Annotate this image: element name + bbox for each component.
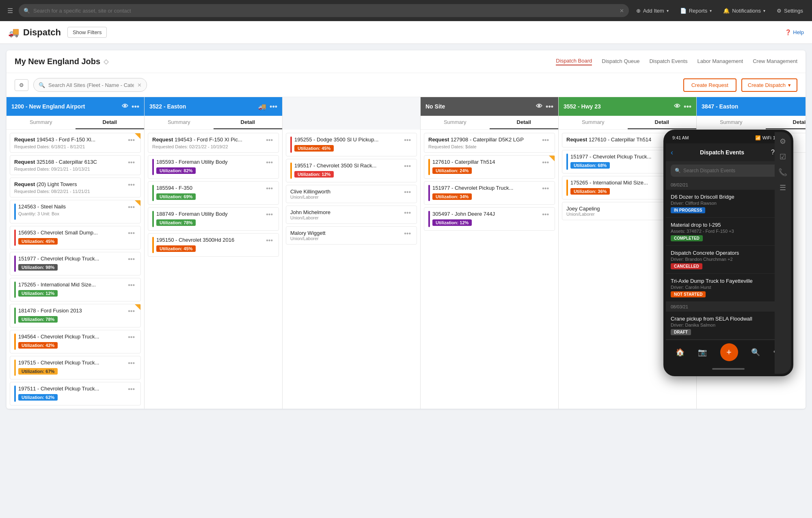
card-person-john[interactable]: John Michelmore Union/Laborer ••• — [286, 206, 417, 224]
mobile-nav-camera[interactable]: 📷 — [698, 348, 707, 357]
clear-sites-icon[interactable]: ✕ — [137, 82, 142, 88]
show-filters-button[interactable]: Show Filters — [67, 27, 107, 38]
mobile-nav-add-button[interactable]: + — [720, 343, 738, 361]
truck-col-icon[interactable]: 🚚 — [258, 103, 266, 111]
mobile-phone-icon[interactable]: 📞 — [778, 168, 787, 177]
card-request-light-towers[interactable]: Request (20) Light Towers Requested Date… — [10, 178, 141, 197]
col-tab-summary-3[interactable]: Summary — [421, 116, 490, 129]
column-menu-icon-4[interactable]: ••• — [684, 102, 691, 111]
mobile-event-d6-dozer[interactable]: D6 Dozer to Driscoll Bridge Driver: Clif… — [666, 190, 791, 218]
hamburger-icon[interactable]: ☰ — [5, 4, 15, 17]
card-menu-icon[interactable]: ••• — [402, 230, 412, 237]
card-188749[interactable]: 188749 - Foreman Utility Body Utilizatio… — [148, 207, 279, 231]
card-menu-icon[interactable]: ••• — [264, 237, 274, 244]
card-menu-icon[interactable]: ••• — [264, 137, 274, 144]
card-menu-icon[interactable]: ••• — [126, 386, 136, 393]
card-menu-icon[interactable]: ••• — [402, 137, 412, 144]
mobile-nav-search[interactable]: 🔍 — [751, 348, 760, 357]
mobile-menu-lines-icon[interactable]: ☰ — [780, 183, 786, 192]
col-tab-summary-2[interactable]: Summary — [145, 116, 214, 129]
card-menu-icon[interactable]: ••• — [126, 159, 136, 166]
clear-search-icon[interactable]: ✕ — [620, 8, 624, 14]
tab-crew-management[interactable]: Crew Management — [753, 58, 797, 65]
card-menu-icon[interactable]: ••• — [540, 185, 551, 192]
col-tab-detail-4[interactable]: Detail — [628, 116, 697, 129]
mobile-help-icon[interactable]: ? — [771, 149, 775, 156]
card-menu-icon[interactable]: ••• — [402, 163, 412, 170]
col-tab-summary-5[interactable]: Summary — [697, 116, 766, 129]
card-request-194543-2[interactable]: Request 194543 - Ford F-150 Xl Pic... Re… — [148, 133, 279, 153]
mobile-event-dispatch-concrete[interactable]: Dispatch Concrete Operators Driver: Bran… — [666, 246, 791, 274]
mobile-nav-home[interactable]: 🏠 — [676, 348, 685, 357]
tab-dispatch-events[interactable]: Dispatch Events — [649, 58, 687, 65]
card-151977-nosite[interactable]: 151977 - Chevrolet Pickup Truck... Utili… — [424, 181, 555, 205]
reports-button[interactable]: 📄 Reports ▾ — [676, 5, 716, 16]
card-197511[interactable]: 197511 - Chevrolet Pickup Truck... Utili… — [10, 382, 141, 405]
card-menu-icon[interactable]: ••• — [540, 137, 551, 144]
global-search-input[interactable] — [33, 8, 616, 14]
card-person-malory[interactable]: Malory Wiggett Union/Laborer ••• — [286, 226, 417, 245]
card-menu-icon[interactable]: ••• — [126, 360, 136, 367]
mobile-event-material-drop[interactable]: Material drop to I-295 Assets: 374872 - … — [666, 218, 791, 246]
card-124563[interactable]: 124563 - Steel Nails Quantity: 3 Unit: B… — [10, 200, 141, 223]
mobile-back-button[interactable]: ‹ — [671, 148, 673, 157]
card-person-clive[interactable]: Clive Killingworth Union/Laborer ••• — [286, 185, 417, 203]
add-item-button[interactable]: ⊕ Add Item ▾ — [632, 5, 673, 16]
card-request-194543-1[interactable]: Request 194543 - Ford F-150 Xl... Reques… — [10, 133, 141, 153]
settings-button[interactable]: ⚙ Settings — [773, 5, 807, 16]
card-195150[interactable]: 195150 - Chevrolet 3500Hd 2016 Utilizati… — [148, 233, 279, 257]
card-185594[interactable]: 185594 - F-350 Utilization: 69% ••• — [148, 181, 279, 205]
tab-dispatch-board[interactable]: Dispatch Board — [556, 58, 592, 65]
card-195255[interactable]: 195255 - Dodge 3500 Sl U Pickup... Utili… — [286, 133, 417, 156]
pin-icon[interactable]: ◇ — [104, 58, 108, 65]
card-menu-icon[interactable]: ••• — [402, 209, 412, 217]
card-151977-1[interactable]: 151977 - Chevrolet Pickup Truck... Utili… — [10, 252, 141, 275]
help-button[interactable]: ❓ Help — [785, 29, 804, 35]
notifications-button[interactable]: 🔔 Notifications ▾ — [719, 5, 769, 16]
card-menu-icon[interactable]: ••• — [126, 282, 136, 289]
card-menu-icon[interactable]: ••• — [126, 230, 136, 237]
card-menu-icon[interactable]: ••• — [264, 185, 274, 192]
mobile-search-input[interactable] — [683, 168, 774, 173]
create-request-button[interactable]: Create Request — [683, 78, 736, 92]
card-menu-icon[interactable]: ••• — [540, 211, 551, 218]
col-tab-detail-1[interactable]: Detail — [76, 116, 145, 129]
card-305497[interactable]: 305497 - John Deere 744J Utilization: 12… — [424, 207, 555, 231]
mobile-event-tri-axle[interactable]: Tri-Axle Dump Truck to Fayetteville Driv… — [666, 274, 791, 302]
card-185593[interactable]: 185593 - Foreman Utility Body Utilizatio… — [148, 155, 279, 179]
mobile-list-icon[interactable]: ☑ — [780, 152, 786, 161]
eye-off-icon-3[interactable]: 👁 — [536, 103, 542, 110]
card-195517[interactable]: 195517 - Chevrolet 3500 Sl Rack... Utili… — [286, 159, 417, 182]
col-tab-detail-5[interactable]: Detail — [766, 116, 806, 129]
col-tab-summary-1[interactable]: Summary — [6, 116, 76, 129]
col-tab-detail-3[interactable]: Detail — [490, 116, 559, 129]
column-menu-icon-1[interactable]: ••• — [132, 102, 139, 111]
card-menu-icon[interactable]: ••• — [126, 181, 136, 189]
card-181478[interactable]: 181478 - Ford Fusion 2013 Utilization: 7… — [10, 304, 141, 327]
card-request-127908[interactable]: Request 127908 - Caterpillar D5K2 LGP Re… — [424, 133, 555, 153]
eye-off-icon-4[interactable]: 👁 — [674, 103, 680, 110]
filter-options-button[interactable]: ⚙ — [15, 79, 28, 91]
card-menu-icon[interactable]: ••• — [402, 189, 412, 196]
card-menu-icon[interactable]: ••• — [264, 211, 274, 218]
column-menu-icon-2[interactable]: ••• — [270, 102, 277, 111]
col-tab-summary-4[interactable]: Summary — [559, 116, 628, 129]
mobile-event-crane-pickup[interactable]: Crane pickup from SELA Floodwall Driver:… — [666, 312, 791, 340]
eye-off-icon[interactable]: 👁 — [122, 103, 128, 110]
tab-labor-management[interactable]: Labor Management — [697, 58, 743, 65]
card-175265-1[interactable]: 175265 - International Mid Size... Utili… — [10, 278, 141, 301]
card-156953[interactable]: 156953 - Chevrolet Small Dump... Utiliza… — [10, 226, 141, 249]
search-sites-input[interactable] — [48, 82, 134, 88]
card-request-325168[interactable]: Request 325168 - Caterpillar 613C Reques… — [10, 155, 141, 175]
card-menu-icon[interactable]: ••• — [264, 159, 274, 166]
tab-dispatch-queue[interactable]: Dispatch Queue — [602, 58, 639, 65]
card-menu-icon[interactable]: ••• — [126, 334, 136, 341]
card-127610-nosite[interactable]: 127610 - Caterpillar Th514 Utilization: … — [424, 155, 555, 179]
create-dispatch-button[interactable]: Create Dispatch ▾ — [741, 78, 797, 92]
card-194564[interactable]: 194564 - Chevrolet Pickup Truck... Utili… — [10, 330, 141, 353]
column-menu-icon-3[interactable]: ••• — [546, 102, 553, 111]
col-tab-detail-2[interactable]: Detail — [214, 116, 283, 129]
card-menu-icon[interactable]: ••• — [126, 256, 136, 263]
card-197515[interactable]: 197515 - Chevrolet Pickup Truck... Utili… — [10, 356, 141, 379]
mobile-settings-icon[interactable]: ⚙ — [780, 137, 786, 146]
